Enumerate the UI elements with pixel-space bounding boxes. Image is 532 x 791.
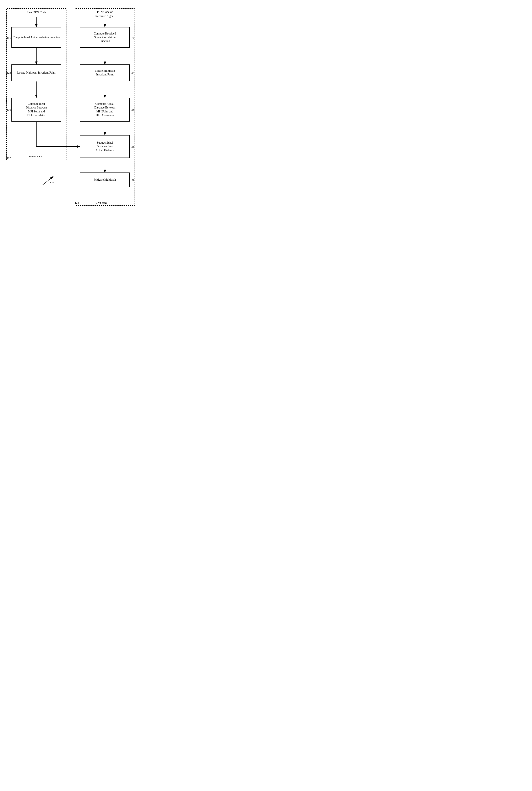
ref-120: 120 [50, 181, 54, 184]
ref-128: 128 [7, 71, 11, 74]
ref-130: 130 [7, 108, 11, 111]
offline-label: OFFLINE [29, 155, 42, 158]
box-126: Compute Ideal Autocorrelation Function [12, 27, 61, 48]
right-header: PRN Code ofReceived Signal [80, 10, 130, 18]
ref-136: 136 [130, 108, 135, 111]
box-136: Compute ActualDistance BetweenMPI Point … [80, 98, 130, 122]
box-140: Mitigate Multipath [80, 172, 130, 187]
online-label: ONLINE [96, 201, 107, 204]
ref-122: 122 [7, 157, 11, 160]
ref-124: 124 [75, 201, 79, 204]
box-130: Compute IdealDistance BetweenMPI Point a… [12, 98, 61, 122]
left-header: Ideal PRN Code [12, 11, 61, 15]
box-134: Locate MultipathInvariant Point [80, 65, 130, 81]
box-128: Locate Multipath Invariant Point [12, 65, 61, 81]
ref-138: 138 [130, 145, 135, 148]
ref-134: 134 [130, 71, 135, 74]
ref-126: 126 [7, 36, 11, 40]
box-132: Compute ReceivedSignal CorrelationFuncti… [80, 27, 130, 48]
ref-132: 132 [130, 36, 135, 40]
box-138: Subtract IdealDistance fromActual Distan… [80, 135, 130, 158]
diagram-container: Ideal PRN Code PRN Code ofReceived Signa… [0, 0, 141, 210]
ref-140: 140 [130, 178, 135, 182]
